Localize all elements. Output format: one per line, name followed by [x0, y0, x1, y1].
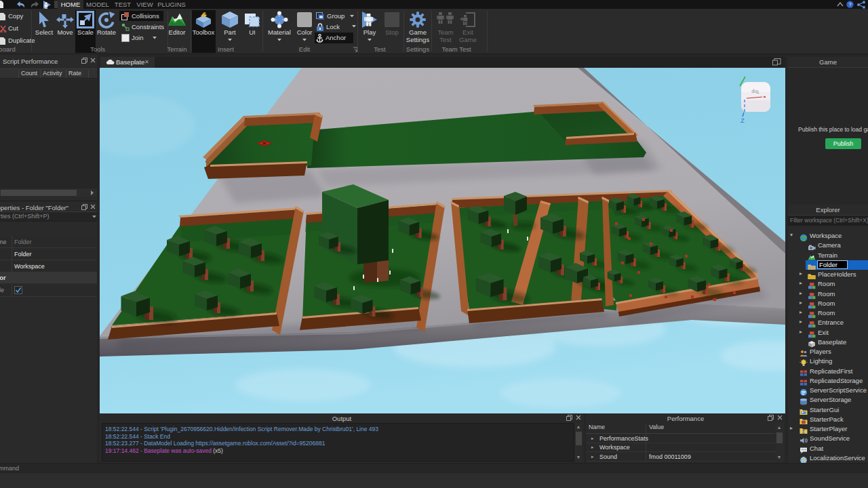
ribbon-tab-model[interactable]: MODEL	[84, 0, 111, 9]
hscroll-thumb[interactable]	[1, 190, 77, 196]
script-performance-hscrollbar[interactable]	[0, 188, 97, 197]
explorer-item-localizationservice[interactable]: LocalizationService	[788, 453, 868, 463]
explorer-item-starterpack[interactable]: StarterPack	[788, 415, 868, 424]
float-panel-icon[interactable]	[81, 58, 87, 64]
properties-filter-input[interactable]: Filter Properties (Ctrl+Shift+P)	[0, 211, 97, 222]
close-panel-icon[interactable]	[90, 204, 96, 209]
ribbon-tab-view[interactable]: VIEW	[135, 0, 155, 9]
expand-icon[interactable]: ▸	[800, 270, 802, 277]
performance-column-name[interactable]: Name	[589, 424, 605, 430]
explorer-item-replicatedstorage[interactable]: ReplicatedStorage	[788, 376, 868, 386]
properties-section-behavior[interactable]: Behavior	[0, 272, 97, 284]
output-log[interactable]: 18:52:22.544 - Script 'Plugin_2670956620…	[102, 423, 574, 462]
sp-column-activity[interactable]: Activity	[43, 70, 62, 77]
tab-close-icon[interactable]: ✕	[144, 59, 149, 65]
expand-icon[interactable]: ▸	[800, 280, 802, 286]
explorer-item-starterplayer[interactable]: ▸StarterPlayer	[788, 424, 868, 434]
output-vscrollbar[interactable]: ▲ ▼	[574, 423, 583, 462]
collapse-icon[interactable]: ▾	[790, 232, 793, 238]
scroll-thumb[interactable]	[776, 432, 783, 443]
explorer-item-soundservice[interactable]: SoundService	[788, 434, 868, 443]
publish-button[interactable]: Publish	[825, 138, 861, 149]
explorer-item-players[interactable]: Players	[788, 347, 868, 357]
float-panel-icon[interactable]	[566, 415, 572, 421]
explorer-item-room[interactable]: ▸Room	[788, 279, 868, 289]
explorer-item-replicatedfirst[interactable]: ReplicatedFirst	[788, 367, 868, 376]
expand-icon[interactable]: ▸	[591, 445, 594, 450]
explorer-item-exit[interactable]: ▸Exit	[788, 328, 868, 338]
scroll-up-icon[interactable]: ▲	[576, 424, 581, 430]
performance-vscrollbar[interactable]: ▲ ▼	[775, 423, 784, 462]
command-bar-input[interactable]: Run a command	[0, 463, 868, 473]
exit-game-button[interactable]: Exit Game	[453, 10, 483, 43]
expand-icon[interactable]: ▸	[800, 319, 802, 325]
explorer-item-startergui[interactable]: StarterGui	[788, 405, 868, 415]
property-row-name[interactable]: NameFolder	[0, 248, 97, 260]
toolbox-button[interactable]: Toolbox	[189, 10, 218, 36]
explorer-item-placeholders[interactable]: ▸PlaceHolders	[788, 270, 868, 279]
expand-icon[interactable]: ▸	[591, 454, 594, 460]
sp-column-count[interactable]: Count	[21, 70, 37, 77]
ribbon-tab-test[interactable]: TEST	[113, 0, 133, 9]
share-icon[interactable]	[856, 1, 866, 9]
copy-button[interactable]: Copy	[0, 11, 23, 22]
performance-row-sound[interactable]: ▸Soundfmod 00011009	[586, 453, 776, 462]
explorer-item-camera[interactable]: Camera	[788, 241, 868, 250]
expand-icon[interactable]: ▸	[790, 425, 793, 431]
lock-dropdown[interactable]: Lock	[316, 22, 340, 33]
scroll-down-icon[interactable]: ▼	[576, 455, 581, 460]
help-icon[interactable]: ?	[846, 1, 854, 8]
explorer-filter-input[interactable]: Filter workspace (Ctrl+Shift+X)	[788, 215, 868, 226]
split-view-icon[interactable]	[772, 58, 781, 66]
join-dropdown[interactable]: Join	[121, 33, 157, 43]
explorer-item-serverstorage[interactable]: ServerStorage	[788, 395, 868, 405]
anchor-toggle[interactable]: Anchor	[316, 33, 346, 43]
explorer-item-lighting[interactable]: Lighting	[788, 357, 868, 366]
scroll-thumb[interactable]	[576, 432, 582, 445]
play-quick-icon[interactable]	[43, 1, 52, 9]
cut-button[interactable]: Cut	[0, 23, 18, 34]
explorer-item-entrance[interactable]: ▸Entrance	[788, 318, 868, 327]
rotate-tool-button[interactable]: Rotate	[92, 10, 121, 36]
ribbon-tab-home[interactable]: HOME	[58, 0, 83, 9]
undo-icon[interactable]	[16, 1, 26, 8]
performance-row-workspace[interactable]: ▸Workspace	[586, 443, 776, 452]
close-panel-icon[interactable]	[777, 415, 783, 420]
performance-row-performancestats[interactable]: ▸PerformanceStats	[586, 434, 776, 443]
ribbon-tab-plugins[interactable]: PLUGINS	[157, 0, 186, 9]
terrain-editor-button[interactable]: Editor	[162, 10, 192, 36]
property-row-parent[interactable]: ParentWorkspace	[0, 260, 97, 272]
performance-column-value[interactable]: Value	[649, 424, 664, 430]
explorer-item-room[interactable]: ▸Room	[788, 299, 868, 308]
close-panel-icon[interactable]	[576, 415, 581, 420]
hscroll-right-arrow-icon[interactable]	[89, 190, 95, 196]
explorer-item-folder[interactable]: Folder	[788, 260, 868, 270]
scroll-up-icon[interactable]: ▲	[776, 425, 782, 430]
file-icon[interactable]	[0, 1, 5, 8]
explorer-item-room[interactable]: ▸Room	[788, 289, 868, 299]
game-settings-button[interactable]: Game Settings	[403, 10, 433, 43]
expand-icon[interactable]: ▸	[800, 329, 802, 335]
expand-icon[interactable]: ▸	[800, 290, 802, 296]
explorer-item-chat[interactable]: Chat	[788, 444, 868, 453]
redo-icon[interactable]	[30, 1, 39, 8]
float-panel-icon[interactable]	[768, 415, 774, 421]
property-row-classname[interactable]: ClassNameFolder	[0, 236, 97, 248]
duplicate-button[interactable]: Duplicate	[0, 35, 35, 46]
tab-baseplate[interactable]: Baseplate ✕	[100, 57, 155, 68]
explorer-item-baseplate[interactable]: Baseplate	[788, 338, 868, 347]
explorer-item-room[interactable]: ▸Room	[788, 308, 868, 318]
explorer-item-terrain[interactable]: Terrain	[788, 251, 868, 260]
scroll-down-icon[interactable]: ▼	[776, 455, 782, 460]
explorer-item-serverscriptservice[interactable]: ServerScriptService	[788, 386, 868, 395]
viewport-3d-scene[interactable]: Top Z	[100, 68, 785, 413]
rename-input[interactable]: Folder	[817, 260, 848, 269]
view-cube-top-label[interactable]: Top	[751, 89, 759, 94]
property-row-archivable[interactable]: Archivable	[0, 284, 97, 297]
close-panel-icon[interactable]	[90, 58, 96, 63]
expand-icon[interactable]: ▸	[591, 436, 594, 441]
collisions-toggle[interactable]: Collisions	[121, 11, 159, 22]
explorer-item-workspace[interactable]: ▾Workspace	[788, 231, 868, 241]
collapse-ribbon-icon[interactable]	[837, 2, 844, 7]
constraints-toggle[interactable]: Constraints	[121, 22, 164, 33]
